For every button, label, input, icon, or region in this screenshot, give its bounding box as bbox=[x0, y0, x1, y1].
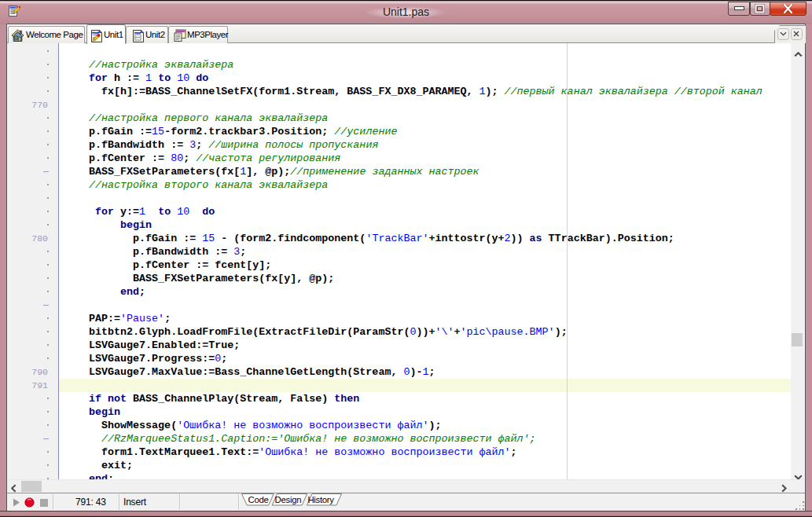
svg-text:Design: Design bbox=[275, 495, 302, 504]
svg-text:Code: Code bbox=[248, 495, 269, 504]
svg-text:History: History bbox=[307, 495, 334, 504]
